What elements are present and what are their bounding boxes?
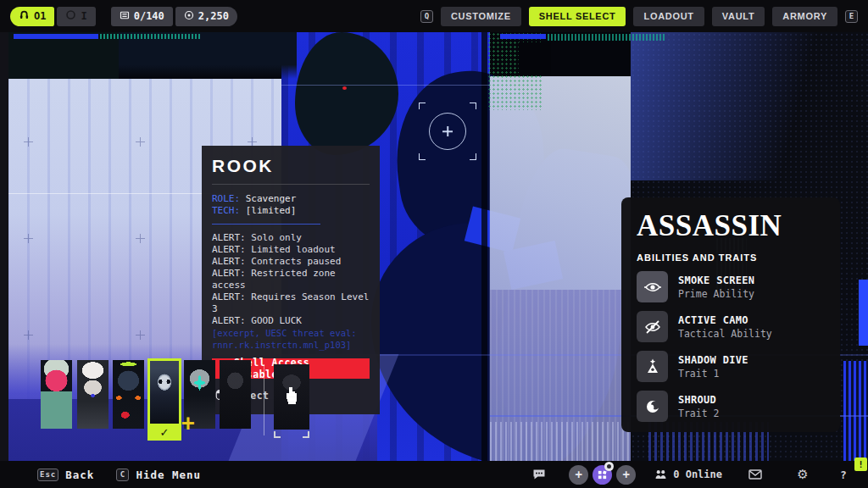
avatar-status-badge [604, 462, 614, 471]
shadow-dive-icon [637, 351, 668, 382]
ability-type: Prime Ability [678, 288, 754, 300]
player-status-cluster: O1 I 0/140 2,250 [10, 7, 237, 26]
add-party-slot-right[interactable]: + [616, 465, 636, 485]
tab-customize[interactable]: CUSTOMIZE [441, 7, 521, 26]
ability-row-trait1: SHADOW DIVE Trait 1 [637, 351, 825, 382]
ability-type: Trait 2 [678, 408, 719, 419]
slot-circle-icon [65, 9, 76, 23]
back-button[interactable]: Esc Back [37, 469, 94, 481]
tech-value: [limited] [246, 205, 297, 216]
back-label: Back [65, 469, 94, 481]
class-subtitle: ABILITIES AND TRAITS [637, 252, 825, 263]
slot-badge[interactable]: I [57, 7, 95, 26]
shell-title: ROOK [212, 156, 370, 176]
role-value: Scavenger [246, 193, 297, 204]
slot-corner-tick [303, 431, 309, 438]
headset-icon [19, 9, 30, 23]
shell-select-screen: O1 I 0/140 2,250 [0, 0, 868, 488]
class-title: ASSASSIN [637, 211, 825, 241]
key-hint-right: E [845, 10, 858, 23]
shell-thumbnail-5[interactable]: + [184, 360, 215, 429]
chat-button[interactable] [525, 469, 554, 480]
add-party-slot-left[interactable]: + [569, 465, 588, 485]
tech-row: TECH: [limited] [212, 205, 370, 217]
ability-name: SHADOW DIVE [678, 354, 748, 366]
list-icon [120, 10, 130, 23]
settings-button[interactable]: ⚙ [788, 467, 817, 482]
tab-loadout[interactable]: LOADOUT [633, 7, 704, 26]
currency-value: 2,250 [198, 10, 229, 22]
alert-line: ALERT: GOOD LUCK [212, 315, 370, 327]
targeting-reticle [419, 103, 476, 160]
shell-slot-drag[interactable] [274, 364, 309, 430]
ability-row-trait2: SHROUD Trait 2 [637, 391, 825, 422]
alert-line: ALERT: Contracts paused [212, 256, 370, 268]
smoke-screen-icon [637, 271, 668, 302]
shell-thumbnail-6[interactable] [220, 360, 251, 429]
info-divider [212, 224, 320, 225]
role-row: ROLE: Scavenger [212, 193, 370, 205]
chat-bubble-icon [532, 469, 546, 480]
shell-counter-value: 0/140 [134, 10, 164, 22]
shell-counter: 0/140 [111, 7, 173, 26]
alert-line: ALERT: Requires Season Level 3 [212, 291, 370, 315]
shell-thumbnail-4-selected[interactable]: ✓ [147, 358, 181, 441]
bottom-bar: Esc Back C Hide Menu + + 0 Online [0, 461, 868, 488]
coin-icon [184, 10, 194, 23]
shell-thumbnail-1[interactable] [41, 360, 72, 429]
unlock-plus-icon: + [181, 413, 195, 432]
active-camo-icon [637, 311, 668, 342]
envelope-icon [748, 469, 762, 480]
key-hint-left: Q [420, 10, 433, 23]
hide-menu-button[interactable]: C Hide Menu [116, 469, 201, 481]
shell-thumbnail-3[interactable] [113, 360, 144, 429]
people-icon [654, 469, 667, 480]
alert-line: ALERT: Solo only [212, 232, 370, 244]
excerpt-line: rnnr.rk.instrctn.mnl_p103] [212, 340, 370, 351]
gear-icon: ⚙ [797, 467, 808, 482]
help-button[interactable]: ? [831, 469, 856, 481]
ability-row-prime: SMOKE SCREEN Prime Ability [637, 271, 825, 302]
online-status[interactable]: 0 Online [654, 469, 722, 480]
tab-vault[interactable]: VAULT [712, 7, 765, 26]
selected-shell-portrait [150, 361, 179, 424]
notification-badge: ! [854, 458, 867, 471]
dock-divider [264, 364, 264, 435]
mail-button[interactable] [741, 469, 770, 480]
ability-row-tactical: ACTIVE CAMO Tactical Ability [637, 311, 825, 342]
main-stage: ROOK ROLE: Scavenger TECH: [limited] ALE… [0, 32, 868, 461]
ability-name: ACTIVE CAMO [678, 314, 772, 326]
excerpt-line: [excerpt, UESC threat eval: [212, 328, 370, 339]
currency-display: 2,250 [175, 7, 237, 26]
tab-shell-select[interactable]: SHELL SELECT [529, 7, 626, 26]
shroud-icon [637, 391, 668, 422]
alert-line: ALERT: Restricted zone access [212, 268, 370, 291]
online-count: 0 Online [673, 469, 722, 480]
selected-check-icon: ✓ [147, 424, 181, 441]
tech-label: TECH: [212, 205, 240, 216]
esc-keycap: Esc [37, 469, 58, 481]
c-keycap: C [116, 469, 129, 481]
class-panel: ASSASSIN ABILITIES AND TRAITS SMOKE SCRE… [621, 197, 840, 432]
main-nav: Q CUSTOMIZE SHELL SELECT LOADOUT VAULT A… [420, 7, 858, 26]
hide-menu-label: Hide Menu [136, 469, 201, 481]
top-bar: O1 I 0/140 2,250 [0, 0, 868, 32]
player-avatar[interactable] [593, 465, 612, 485]
ability-name: SHROUD [678, 394, 719, 406]
shell-thumbnail-2[interactable] [77, 360, 108, 429]
slot-badge-label: I [81, 10, 86, 22]
title-divider [212, 184, 370, 185]
role-label: ROLE: [212, 193, 240, 204]
alert-line: ALERT: Limited loadout [212, 244, 370, 256]
player-badge[interactable]: O1 [10, 7, 54, 26]
ability-name: SMOKE SCREEN [678, 274, 754, 286]
slot-corner-tick [274, 431, 281, 438]
ability-type: Trait 1 [678, 368, 748, 380]
tab-armory[interactable]: ARMORY [772, 7, 837, 26]
pixel-hand-icon [283, 386, 300, 407]
player-badge-label: O1 [34, 10, 46, 22]
ability-type: Tactical Ability [678, 328, 772, 340]
